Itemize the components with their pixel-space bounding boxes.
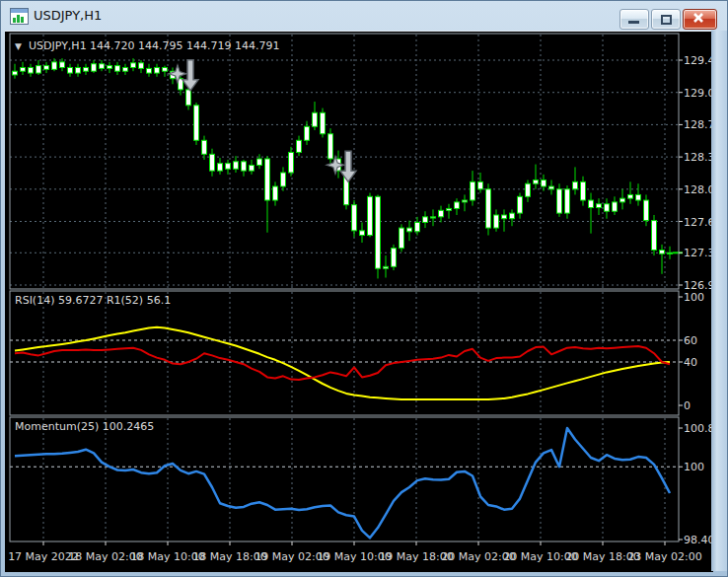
- axis-label: 98.4031: [684, 534, 713, 546]
- axis-label: 127.670: [684, 216, 713, 229]
- window-frame-right: [711, 31, 727, 571]
- candle-body: [668, 252, 673, 253]
- candle-body: [131, 63, 136, 68]
- candle-body: [534, 180, 539, 183]
- candle-body: [13, 71, 18, 75]
- rsi-signal-line: [15, 327, 670, 399]
- candle-body: [439, 210, 444, 217]
- candle-body: [447, 208, 452, 210]
- candle-body: [581, 181, 586, 200]
- chart-window-icon: [10, 8, 29, 25]
- candle-body: [613, 202, 618, 211]
- candle-body: [660, 250, 665, 253]
- candle-body: [100, 64, 105, 69]
- candle-body: [186, 90, 191, 106]
- candle-body: [502, 215, 507, 219]
- axis-label: 129.070: [684, 87, 713, 100]
- candle-body: [352, 205, 357, 231]
- candle-body: [123, 67, 128, 71]
- rsi-indicator-label: RSI(14) 59.6727 R1(52) 56.1: [15, 294, 171, 307]
- close-icon: [684, 10, 714, 27]
- candle-body: [494, 215, 499, 228]
- candle-body: [542, 180, 546, 186]
- candle-body: [557, 189, 562, 213]
- candle-body: [368, 196, 373, 235]
- candle-body: [313, 112, 318, 126]
- candle-body: [226, 164, 231, 170]
- candle-body: [605, 204, 610, 211]
- panel-border: [10, 291, 679, 415]
- axis-label: 129.420: [684, 54, 713, 67]
- candle-body: [115, 66, 120, 72]
- candle-body: [431, 217, 436, 218]
- chart-client-area[interactable]: 129.420129.070128.720128.370128.020127.6…: [5, 31, 713, 572]
- candle-body: [108, 66, 112, 69]
- candle-body: [392, 249, 397, 267]
- candle-body: [305, 126, 310, 140]
- title-bar[interactable]: USDJPY,H1: [1, 1, 727, 31]
- candle-body: [76, 67, 81, 73]
- chart-canvas[interactable]: 129.420129.070128.720128.370128.020127.6…: [5, 32, 713, 572]
- candle-body: [21, 67, 26, 71]
- candle-body: [573, 181, 578, 188]
- candle-body: [463, 200, 468, 202]
- price-axis-labels: 129.420129.070128.720128.370128.020127.6…: [679, 54, 713, 546]
- axis-label: 60: [684, 334, 697, 347]
- grid-layer: [10, 35, 679, 541]
- axis-label: 128.720: [684, 118, 713, 131]
- panel-border: [10, 34, 679, 289]
- candle-body: [265, 159, 270, 200]
- candle-body: [44, 66, 49, 70]
- candle-body: [597, 204, 602, 208]
- candle-body: [471, 181, 475, 200]
- candle-body: [628, 194, 633, 198]
- candle-body: [478, 181, 483, 188]
- candle-body: [518, 196, 523, 213]
- candle-body: [620, 198, 625, 202]
- candle-body: [486, 189, 491, 228]
- candle-body: [289, 152, 294, 173]
- candle-body: [250, 166, 255, 172]
- restore-icon: [661, 15, 672, 25]
- axis-label: 127.330: [684, 247, 713, 259]
- candle-body: [210, 154, 215, 171]
- candle-body: [218, 164, 223, 171]
- momentum-lines: [15, 428, 670, 538]
- rsi-main-line: [15, 346, 670, 380]
- candle-body: [415, 222, 420, 231]
- candle-body: [384, 266, 389, 268]
- close-button[interactable]: [683, 9, 717, 30]
- candle-body: [455, 202, 460, 209]
- axis-label: 128.020: [684, 183, 713, 196]
- candle-body: [407, 228, 412, 232]
- momentum-indicator-label: Momentum(25) 100.2465: [15, 420, 154, 433]
- candle-body: [147, 68, 152, 73]
- candle-body: [644, 200, 649, 221]
- candle-body: [376, 196, 381, 268]
- candle-body: [328, 134, 333, 159]
- candle-body: [139, 63, 144, 69]
- candle-body: [589, 200, 594, 207]
- candle-body: [281, 173, 286, 186]
- symbol-ohlc-header: USDJPY,H1 144.720 144.795 144.719 144.79…: [29, 39, 280, 52]
- minimize-icon: [628, 21, 639, 24]
- candle-body: [163, 67, 168, 71]
- candle-body: [549, 186, 554, 189]
- candle-body: [526, 183, 531, 196]
- panel-border: [10, 417, 679, 541]
- sell-arrow-icon: [182, 60, 198, 91]
- candle-body: [321, 112, 326, 133]
- candle-body: [68, 67, 73, 73]
- candle-body: [234, 162, 239, 169]
- candle-body: [510, 213, 515, 219]
- candle-body: [652, 221, 657, 251]
- candle-body: [194, 106, 199, 141]
- chart-window: USDJPY,H1 129.420129.070128.720128.37012…: [0, 0, 728, 577]
- time-axis-label: 23 May 02:00: [627, 550, 701, 563]
- minimize-button[interactable]: [619, 9, 649, 30]
- restore-button[interactable]: [651, 9, 681, 30]
- time-axis-labels: 17 May 202218 May 02:0018 May 10:0018 Ma…: [8, 541, 702, 563]
- candle-body: [60, 62, 65, 68]
- candle-body: [565, 189, 570, 213]
- candle-body: [273, 186, 278, 200]
